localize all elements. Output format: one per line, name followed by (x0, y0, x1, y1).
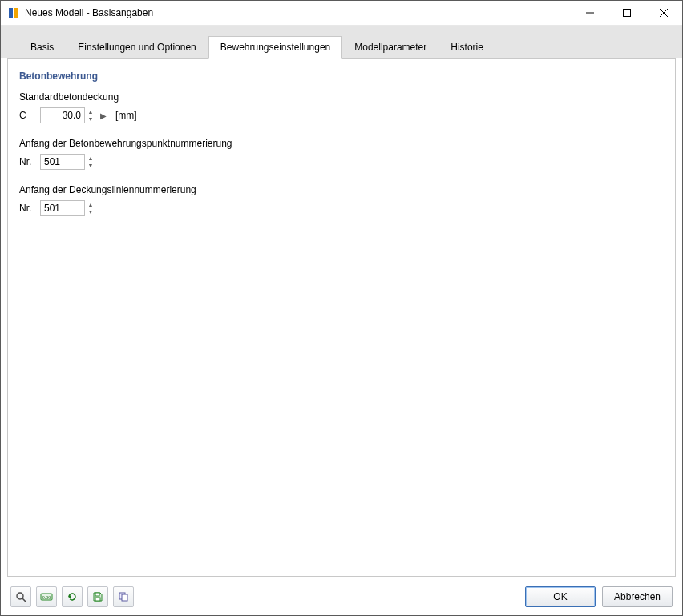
cover-unit: [mm] (115, 110, 137, 121)
svg-text:0.00: 0.00 (42, 595, 51, 600)
section-title: Betonbewehrung (19, 70, 664, 82)
line-start-spinner: ▲ ▼ (87, 201, 95, 215)
cover-spinner: ▲ ▼ (87, 108, 95, 123)
tab-label: Historie (451, 42, 483, 53)
cover-input[interactable] (40, 107, 85, 123)
point-start-spinner: ▲ ▼ (87, 155, 95, 169)
svg-rect-3 (624, 10, 631, 17)
copy-icon (118, 591, 129, 602)
spin-up-icon[interactable]: ▲ (87, 108, 95, 115)
reset-button[interactable] (62, 586, 83, 607)
arrow-right-icon: ▶ (100, 111, 107, 120)
tab-label: Modellparameter (354, 42, 426, 53)
spin-down-icon[interactable]: ▼ (87, 208, 95, 215)
cover-label: Standardbetondeckung (19, 91, 664, 103)
spin-down-icon[interactable]: ▼ (87, 162, 95, 169)
tab-content: Betonbewehrung Standardbetondeckung C ▲ … (7, 58, 676, 577)
window-controls (572, 1, 682, 25)
svg-rect-1 (14, 8, 18, 18)
svg-rect-12 (95, 598, 100, 601)
point-start-row: Nr. ▲ ▼ (19, 154, 664, 170)
svg-rect-14 (122, 594, 127, 601)
line-start-row: Nr. ▲ ▼ (19, 200, 664, 216)
titlebar: Neues Modell - Basisangaben (1, 1, 682, 26)
cover-symbol: C (19, 110, 40, 121)
tab-label: Einstellungen und Optionen (78, 42, 196, 53)
dialog-window: Neues Modell - Basisangaben Basis Einste… (0, 0, 683, 616)
point-start-field: ▲ ▼ (40, 154, 95, 170)
tab-reinforcement-settings[interactable]: Bewehrungseinstellungen (208, 36, 342, 59)
tab-model-parameters[interactable]: Modellparameter (342, 36, 438, 59)
tab-label: Basis (30, 42, 54, 53)
copy-settings-button[interactable] (113, 586, 134, 607)
cancel-button[interactable]: Abbrechen (602, 586, 673, 607)
svg-rect-0 (9, 8, 13, 18)
line-start-input[interactable] (40, 200, 85, 216)
units-button[interactable]: 0.00 (36, 586, 57, 607)
tab-history[interactable]: Historie (438, 36, 495, 59)
maximize-button[interactable] (608, 1, 645, 25)
point-start-label: Anfang der Betonbewehrungspunktnummerier… (19, 138, 664, 149)
save-settings-button[interactable] (87, 586, 108, 607)
button-label: OK (553, 591, 567, 602)
spin-up-icon[interactable]: ▲ (87, 201, 95, 208)
magnifier-icon (15, 591, 26, 602)
units-icon: 0.00 (40, 591, 53, 602)
cover-row: C ▲ ▼ ▶ [mm] (19, 107, 664, 123)
save-icon (92, 591, 103, 602)
cover-picker-button[interactable]: ▶ (98, 108, 109, 123)
ok-button[interactable]: OK (525, 586, 596, 607)
svg-rect-11 (95, 593, 99, 596)
window-title: Neues Modell - Basisangaben (25, 7, 572, 18)
app-icon (7, 6, 20, 19)
close-button[interactable] (645, 1, 682, 25)
point-start-symbol: Nr. (19, 156, 40, 167)
cover-field: ▲ ▼ ▶ (40, 107, 109, 123)
point-start-input[interactable] (40, 154, 85, 170)
line-start-label: Anfang der Deckungsliniennummerierung (19, 184, 664, 195)
svg-line-7 (22, 598, 26, 602)
svg-point-6 (17, 593, 23, 599)
button-label: Abbrechen (614, 591, 661, 602)
line-start-field: ▲ ▼ (40, 200, 95, 216)
spin-up-icon[interactable]: ▲ (87, 155, 95, 162)
line-start-symbol: Nr. (19, 203, 40, 214)
minimize-button[interactable] (572, 1, 608, 25)
tab-basis[interactable]: Basis (18, 36, 66, 59)
help-button[interactable] (10, 586, 31, 607)
spin-down-icon[interactable]: ▼ (87, 115, 95, 123)
refresh-icon (67, 591, 78, 602)
bottom-bar: 0.00 OK Abbrechen (1, 583, 682, 615)
tab-label: Bewehrungseinstellungen (220, 42, 330, 53)
tab-settings-options[interactable]: Einstellungen und Optionen (66, 36, 208, 59)
tab-strip: Basis Einstellungen und Optionen Bewehru… (1, 26, 682, 58)
